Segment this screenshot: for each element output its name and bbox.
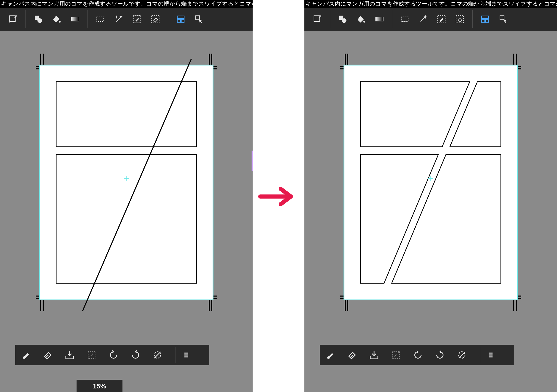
svg-rect-8 (177, 16, 184, 18)
app-screen-before: キャンパス内にマンガ用のコマを作成するツールです。コマの端から端までスワイプする… (0, 0, 253, 392)
eraser-icon[interactable] (42, 349, 54, 361)
canvas-area[interactable] (304, 31, 557, 392)
bucket-tool-icon[interactable] (356, 14, 366, 24)
toolbar-separator (88, 10, 88, 28)
svg-rect-34 (500, 16, 504, 20)
svg-rect-11 (196, 16, 200, 20)
selection-disabled-icon[interactable] (390, 349, 402, 361)
frame-divide-tool-icon[interactable] (175, 14, 186, 24)
marquee-select-icon[interactable] (95, 14, 106, 24)
brush-icon[interactable] (324, 349, 336, 361)
undo-icon[interactable] (108, 349, 119, 361)
marquee-select-icon[interactable] (399, 14, 410, 24)
help-text: キャンパス内にマンガ用のコマを作成するツールです。コマの端から端までスワイプする… (0, 0, 253, 8)
canvas-after (340, 54, 521, 311)
transform-tool-icon[interactable] (312, 14, 323, 24)
svg-line-41 (392, 351, 400, 359)
pointer-tool-icon[interactable] (194, 14, 204, 24)
svg-line-17 (88, 351, 95, 359)
svg-rect-31 (482, 16, 489, 18)
svg-rect-5 (97, 17, 104, 21)
svg-rect-14 (56, 154, 196, 283)
reset-rotation-icon[interactable] (456, 349, 468, 361)
brush-select-icon[interactable] (132, 14, 142, 24)
bucket-tool-icon[interactable] (51, 14, 62, 24)
zoom-indicator[interactable]: 15% (77, 380, 122, 392)
eraser-select-icon[interactable] (150, 14, 161, 24)
canvas-area[interactable]: 15% (0, 31, 253, 392)
magic-wand-icon[interactable] (113, 14, 124, 24)
bottom-toolbar (320, 345, 514, 365)
transform-tool-icon[interactable] (8, 14, 18, 24)
frame-divide-tool-icon[interactable] (480, 14, 490, 24)
toolbar-separator (26, 10, 26, 28)
menu-icon[interactable] (180, 349, 192, 361)
brush-select-icon[interactable] (436, 14, 447, 24)
gradient-tool-icon[interactable] (70, 14, 80, 24)
selection-disabled-icon[interactable] (86, 349, 97, 361)
magic-wand-icon[interactable] (418, 14, 428, 24)
canvas-before (36, 54, 217, 311)
gradient-tool-icon[interactable] (374, 14, 385, 24)
toolbar-separator (168, 10, 168, 28)
top-toolbar (304, 8, 557, 31)
svg-rect-32 (482, 20, 485, 22)
svg-rect-13 (56, 82, 196, 147)
svg-rect-27 (375, 17, 383, 21)
toolbar-separator (176, 347, 176, 363)
undo-icon[interactable] (412, 349, 424, 361)
svg-point-25 (342, 18, 346, 23)
app-screen-after: キャンパス内にマンガ用のコマを作成するツールです。コマの端から端までスワイプする… (304, 0, 557, 392)
svg-rect-28 (401, 17, 408, 21)
save-tray-icon[interactable] (64, 349, 76, 361)
svg-point-2 (38, 18, 42, 23)
help-text: キャンパス内にマンガ用のコマを作成するツールです。コマの端から端までスワイプする… (304, 0, 557, 8)
eraser-select-icon[interactable] (454, 14, 465, 24)
edge-artifact (252, 151, 253, 171)
shapes-tool-icon[interactable] (337, 14, 348, 24)
bottom-toolbar (15, 345, 209, 365)
eraser-icon[interactable] (346, 349, 358, 361)
svg-rect-4 (71, 17, 79, 21)
redo-icon[interactable] (130, 349, 141, 361)
brush-icon[interactable] (20, 349, 32, 361)
pointer-tool-icon[interactable] (498, 14, 509, 24)
svg-rect-9 (177, 20, 180, 22)
svg-point-26 (363, 21, 365, 23)
redo-icon[interactable] (434, 349, 446, 361)
save-tray-icon[interactable] (368, 349, 380, 361)
svg-rect-0 (10, 16, 16, 22)
svg-rect-10 (181, 20, 184, 22)
transition-arrow-icon (258, 184, 299, 209)
top-toolbar (0, 8, 253, 31)
reset-rotation-icon[interactable] (152, 349, 163, 361)
svg-rect-33 (486, 20, 488, 22)
svg-rect-23 (314, 16, 320, 22)
shapes-tool-icon[interactable] (33, 14, 44, 24)
menu-icon[interactable] (485, 349, 497, 361)
svg-point-3 (59, 21, 61, 23)
